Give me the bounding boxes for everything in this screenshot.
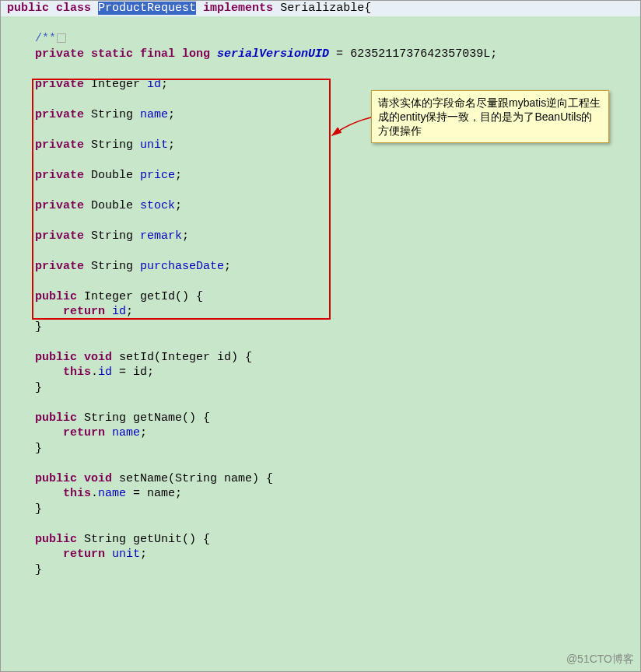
interface-name: Serializable [280, 2, 364, 15]
brace-open: { [364, 2, 371, 15]
method-body: return unit; [1, 547, 640, 562]
brace-close: } [1, 562, 640, 578]
blank-line [1, 16, 640, 32]
blank-line [1, 213, 640, 229]
brace-close: } [1, 380, 640, 396]
watermark: @51CTO博客 [566, 653, 634, 667]
field-line: private Double price; [1, 168, 640, 184]
method-body: return id; [1, 304, 640, 320]
method-sig: public String getUnit() { [1, 532, 640, 548]
method-body: return name; [1, 425, 640, 441]
javadoc-comment: /** [1, 31, 640, 47]
method-sig: public Integer getId() { [1, 289, 640, 305]
fold-icon[interactable] [57, 33, 66, 43]
keyword-implements: implements [203, 2, 273, 15]
field-line: private Double stock; [1, 198, 640, 214]
blank-line [1, 183, 640, 198]
annotation-note: 请求实体的字段命名尽量跟mybatis逆向工程生成的entity保持一致，目的是… [371, 90, 609, 143]
class-declaration: public class ProductRequest implements S… [1, 1, 640, 16]
method-sig: public void setId(Integer id) { [1, 350, 640, 366]
serial-version-line: private static final long serialVersionU… [1, 47, 640, 62]
method-body: this.name = name; [1, 486, 640, 502]
brace-close: } [1, 320, 640, 335]
field-line: private String remark; [1, 229, 640, 244]
blank-line [1, 456, 640, 471]
brace-close: } [1, 441, 640, 457]
method-sig: public String getName() { [1, 411, 640, 426]
blank-line [1, 334, 640, 350]
method-sig: public void setName(String name) { [1, 471, 640, 487]
blank-line [1, 243, 640, 259]
blank-line [1, 395, 640, 411]
brace-close: } [1, 502, 640, 517]
method-body: this.id = id; [1, 365, 640, 380]
keyword-class: class [56, 2, 91, 15]
annotation-text: 请求实体的字段命名尽量跟mybatis逆向工程生成的entity保持一致，目的是… [378, 96, 601, 137]
blank-line [1, 61, 640, 77]
blank-line [1, 152, 640, 168]
class-name-selected[interactable]: ProductRequest [98, 2, 196, 15]
code-editor: public class ProductRequest implements S… [0, 0, 641, 672]
keyword-public: public [7, 2, 49, 15]
blank-line [1, 274, 640, 289]
field-line: private String purchaseDate; [1, 259, 640, 275]
blank-line [1, 516, 640, 532]
